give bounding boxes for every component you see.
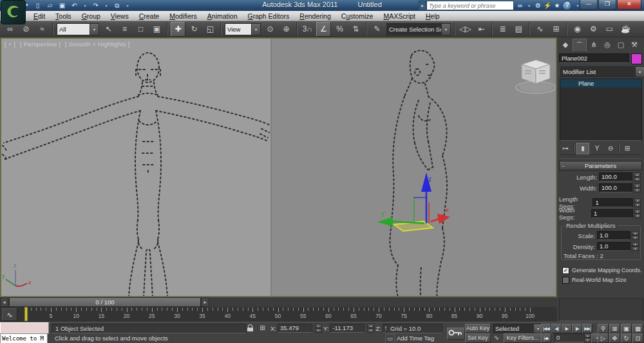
param-value-width-segs[interactable]: 1 xyxy=(591,209,633,218)
tab-display[interactable]: ▢ xyxy=(614,39,627,51)
menu-customize[interactable]: Customize xyxy=(336,11,379,21)
coord-field-x[interactable]: 35.479 xyxy=(278,324,312,333)
configure-modifier-sets-icon[interactable]: ⊞ xyxy=(621,144,633,154)
menu-help[interactable]: Help xyxy=(421,11,445,21)
absolute-offset-toggle-icon[interactable]: ⊞ xyxy=(258,324,267,333)
side-reference-plane[interactable] xyxy=(271,39,556,296)
go-to-end-button[interactable]: ▶▶| xyxy=(582,324,592,333)
favorites-star-icon[interactable]: ★ xyxy=(553,2,560,9)
curve-editor-icon[interactable]: ∿ xyxy=(533,22,547,37)
render-setup-icon[interactable]: ⚙ xyxy=(586,22,601,37)
set-key-button[interactable]: Set Key xyxy=(465,333,491,343)
maximize-button[interactable]: ❐ xyxy=(598,0,616,10)
selection-lock-icon[interactable] xyxy=(245,324,255,333)
auto-key-button[interactable]: Auto Key xyxy=(465,324,491,333)
select-and-move-icon[interactable]: ✚ xyxy=(171,22,185,37)
track-bar[interactable]: ∿ 05101520253035404550556065707580859095… xyxy=(0,307,557,322)
spinner-density[interactable]: ▴▾ xyxy=(632,242,639,251)
time-tag-icon[interactable]: ▭ xyxy=(385,334,395,343)
spinner-length-segs[interactable]: ▴▾ xyxy=(634,198,641,207)
open-file-icon[interactable]: ▱ xyxy=(44,1,55,10)
rendered-frame-window-icon[interactable]: ▭ xyxy=(602,22,617,37)
new-scene-icon[interactable]: ▯ xyxy=(32,1,43,10)
menu-rendering[interactable]: Rendering xyxy=(294,11,336,21)
percent-snap-toggle-icon[interactable]: % xyxy=(332,22,347,37)
menu-views[interactable]: Views xyxy=(106,11,134,21)
bind-to-space-warp-icon[interactable]: ≈ xyxy=(35,22,50,37)
current-frame-field[interactable]: 0 xyxy=(554,333,585,342)
menu-graph-editors[interactable]: Graph Editors xyxy=(243,11,295,21)
frame-marker[interactable] xyxy=(24,307,28,321)
layer-manager-icon[interactable]: ≣ xyxy=(495,22,510,37)
coord-spinner-x[interactable]: ▴▾ xyxy=(315,324,322,333)
stack-item-plane[interactable]: Plane xyxy=(560,79,641,88)
menu-modifiers[interactable]: Modifiers xyxy=(164,11,202,21)
key-mode-toggle-button[interactable]: |◀▸ xyxy=(541,333,551,343)
parameters-rollout-header[interactable]: - Parameters xyxy=(559,161,642,171)
set-keys-button[interactable] xyxy=(447,328,465,340)
select-and-scale-icon[interactable]: ◱ xyxy=(203,22,218,37)
angle-snap-toggle-icon[interactable]: ∠ xyxy=(316,22,331,37)
search-input[interactable] xyxy=(426,1,514,10)
select-and-rotate-icon[interactable]: ↻ xyxy=(187,22,202,37)
param-value-width[interactable]: 100.0 xyxy=(599,183,632,192)
param-value-density[interactable]: 1.0 xyxy=(597,242,630,251)
tab-create[interactable]: ◆ xyxy=(559,39,572,51)
spinner-length[interactable]: ▴▾ xyxy=(634,172,641,181)
undo-dropdown-icon[interactable]: ▾ xyxy=(81,1,89,10)
field-of-view-icon[interactable]: ▷ xyxy=(598,333,609,343)
make-unique-icon[interactable]: Y xyxy=(591,144,603,154)
select-and-manipulate-icon[interactable]: ⊕ xyxy=(279,22,294,37)
zoom-icon[interactable]: ⚲ xyxy=(598,324,609,333)
modifier-list-dropdown[interactable]: Modifier List ▾ xyxy=(560,66,644,77)
object-name-field[interactable]: Plane002 xyxy=(559,53,629,63)
next-frame-button[interactable]: |▶ xyxy=(572,324,582,333)
ribbon-toggle-icon[interactable]: ▤ xyxy=(511,22,526,37)
viewport-shading-label[interactable]: [ Smooth + Highlights ] xyxy=(65,41,129,48)
app-logo[interactable] xyxy=(1,0,26,24)
key-selection-set-dropdown[interactable]: Selected ▾ xyxy=(493,324,543,333)
schematic-view-icon[interactable]: ⊞ xyxy=(549,22,564,37)
zoom-extents-all-icon[interactable]: ▦ xyxy=(632,324,643,333)
menu-animation[interactable]: Animation xyxy=(202,11,243,21)
viewport-pov-label[interactable]: [ Perspective ] xyxy=(20,41,61,48)
pin-stack-icon[interactable]: ⊶ xyxy=(560,144,571,154)
menu-tools[interactable]: Tools xyxy=(50,11,77,21)
maximize-viewport-icon[interactable]: ⊡ xyxy=(632,333,643,343)
time-slider-handle[interactable]: 0 / 100 xyxy=(9,297,201,307)
front-reference-plane[interactable] xyxy=(1,39,271,296)
tab-motion[interactable]: ◎ xyxy=(601,39,614,51)
perspective-viewport[interactable]: z y x z y x xyxy=(0,37,557,297)
logo-dropdown-icon[interactable]: ▾ xyxy=(26,3,28,8)
show-end-result-icon[interactable]: ▮ xyxy=(576,143,589,154)
project-folder-icon[interactable]: ⧉ xyxy=(111,1,122,10)
remove-modifier-icon[interactable]: ⊖ xyxy=(605,144,616,154)
object-color-swatch[interactable] xyxy=(631,53,642,64)
save-file-icon[interactable]: ▣ xyxy=(57,1,68,10)
tab-modify[interactable]: ⌒ xyxy=(573,39,587,52)
tab-hierarchy[interactable]: ⋔ xyxy=(587,39,600,51)
play-button[interactable]: ▶ xyxy=(562,324,572,333)
listener-pane[interactable]: Welcome to M xyxy=(0,333,48,343)
coord-spinner-y[interactable]: ▴▾ xyxy=(367,324,374,333)
menu-create[interactable]: Create xyxy=(134,11,165,21)
spinner-width-segs[interactable]: ▴▾ xyxy=(634,209,641,218)
edit-named-selection-sets-icon[interactable]: ✎ xyxy=(370,22,384,37)
search-dropdown-icon[interactable]: ▾ xyxy=(526,3,533,8)
redo-icon[interactable]: ↷ xyxy=(90,1,101,10)
go-to-start-button[interactable]: |◀◀ xyxy=(541,324,551,333)
select-by-name-icon[interactable]: ≡ xyxy=(117,22,132,37)
param-value-length[interactable]: 100.0 xyxy=(599,172,632,181)
zoom-extents-icon[interactable]: ▣ xyxy=(621,324,632,333)
infocenter-arrow-icon[interactable]: ▸ xyxy=(419,1,426,10)
param-value-scale[interactable]: 1.0 xyxy=(597,231,630,240)
subscription-center-icon[interactable]: ⚙ xyxy=(535,2,542,9)
render-production-icon[interactable]: ☕ xyxy=(618,22,633,37)
previous-frame-arrow[interactable]: ◂ xyxy=(0,297,8,307)
spinner-width[interactable]: ▴▾ xyxy=(634,183,641,192)
reference-coordinate-system-dropdown[interactable]: View▾ xyxy=(225,23,261,35)
param-value-length-segs[interactable]: 1 xyxy=(592,198,633,207)
selection-filter-dropdown[interactable]: All▾ xyxy=(57,23,99,35)
rectangular-selection-region-icon[interactable]: □ xyxy=(133,22,148,37)
key-filters-button[interactable]: Key Filters... xyxy=(504,333,542,343)
